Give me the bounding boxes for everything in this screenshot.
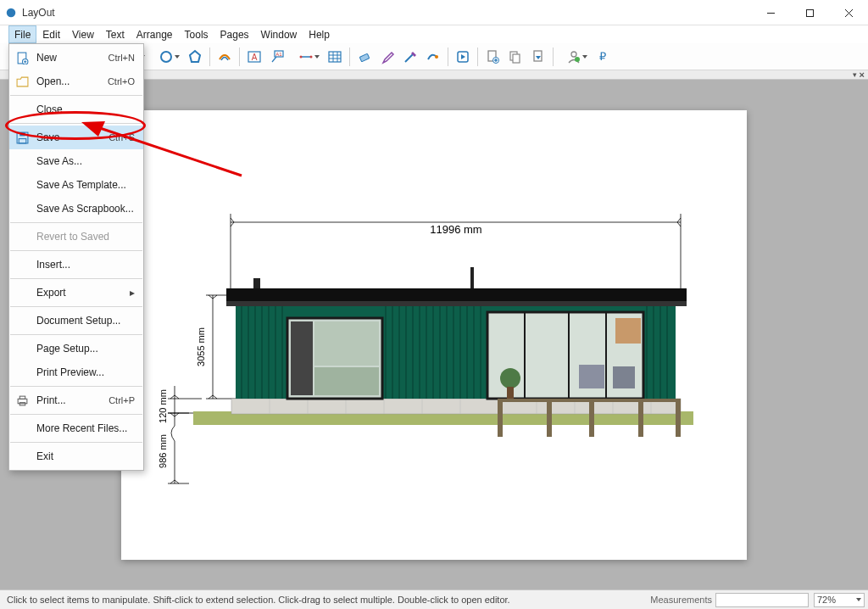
presentation-tool[interactable] — [452, 46, 474, 68]
svg-point-103 — [500, 368, 520, 388]
menu-edit[interactable]: Edit — [36, 25, 66, 43]
svg-rect-104 — [507, 387, 514, 399]
status-hint: Click to select items to manipulate. Shi… — [3, 595, 650, 605]
menu-pages[interactable]: Pages — [214, 25, 255, 43]
file-document-setup[interactable]: Document Setup... — [9, 309, 143, 332]
svg-rect-120 — [19, 396, 25, 399]
file-export[interactable]: Export▸ — [9, 281, 143, 304]
file-save-as-template[interactable]: Save As Template... — [9, 173, 143, 197]
svg-rect-102 — [613, 366, 635, 388]
menu-help[interactable]: Help — [303, 25, 336, 43]
file-save-as[interactable]: Save As... — [9, 149, 143, 173]
svg-rect-96 — [314, 367, 379, 395]
svg-marker-8 — [190, 51, 200, 62]
text-tool[interactable]: A — [243, 46, 265, 68]
app-icon — [5, 7, 17, 19]
svg-rect-64 — [253, 278, 260, 288]
menu-file[interactable]: File — [8, 25, 36, 43]
svg-rect-117 — [19, 132, 25, 136]
svg-line-13 — [272, 57, 276, 62]
svg-rect-110 — [676, 399, 681, 437]
measurements-input[interactable] — [715, 593, 809, 607]
svg-rect-108 — [589, 399, 594, 437]
svg-point-0 — [7, 8, 16, 17]
svg-rect-109 — [638, 399, 643, 437]
svg-marker-34 — [536, 56, 541, 59]
svg-point-15 — [300, 55, 303, 58]
svg-rect-63 — [226, 301, 687, 306]
file-save-as-scrapbook[interactable]: Save As Scrapbook... — [9, 197, 143, 221]
svg-point-7 — [161, 52, 171, 62]
file-print-preview[interactable]: Print Preview... — [9, 360, 143, 384]
svg-point-36 — [575, 57, 580, 62]
duplicate-page-button[interactable] — [504, 46, 526, 68]
svg-rect-94 — [291, 321, 313, 395]
page-canvas[interactable]: 11996 mm 3055 mm 120 mm — [121, 110, 747, 560]
menu-tools[interactable]: Tools — [179, 25, 214, 43]
svg-rect-105 — [615, 318, 641, 344]
user-account-button[interactable] — [557, 46, 591, 68]
svg-rect-118 — [19, 138, 26, 142]
window-minimize[interactable] — [751, 0, 790, 25]
circle-tool[interactable] — [149, 46, 183, 68]
file-exit[interactable]: Exit — [9, 444, 143, 468]
page-nav-button[interactable] — [527, 46, 549, 68]
menu-arrange[interactable]: Arrange — [131, 25, 179, 43]
svg-rect-106 — [498, 399, 503, 437]
svg-point-35 — [571, 52, 576, 57]
file-page-setup[interactable]: Page Setup... — [9, 337, 143, 360]
svg-point-24 — [435, 55, 438, 59]
svg-rect-17 — [329, 52, 341, 62]
svg-rect-111 — [498, 399, 681, 402]
dim-wall-text: 3055 mm — [196, 327, 206, 366]
svg-rect-95 — [314, 321, 379, 366]
svg-rect-101 — [579, 365, 604, 388]
file-menu-dropdown: NewCtrl+N Open...Ctrl+O Close SaveCtrl+S… — [8, 43, 144, 471]
svg-point-16 — [310, 55, 313, 58]
dimension-tool[interactable] — [289, 46, 323, 68]
file-revert: Revert to Saved — [9, 225, 143, 249]
table-tool[interactable] — [324, 46, 346, 68]
file-new[interactable]: NewCtrl+N — [9, 46, 143, 70]
file-print[interactable]: Print...Ctrl+P — [9, 388, 143, 412]
titlebar: LayOut — [0, 0, 868, 25]
window-close[interactable] — [829, 0, 868, 25]
tabstrip-close-icon[interactable]: × — [860, 70, 865, 80]
menubar: File Edit View Text Arrange Tools Pages … — [0, 25, 868, 43]
style-eyedropper-tool[interactable] — [376, 46, 398, 68]
folder-open-icon — [16, 75, 29, 88]
file-save[interactable]: SaveCtrl+S — [9, 126, 143, 149]
polygon-tool[interactable] — [184, 46, 206, 68]
file-insert[interactable]: Insert... — [9, 253, 143, 277]
file-close[interactable]: Close — [9, 98, 143, 121]
offset-tool[interactable] — [214, 46, 236, 68]
svg-rect-2 — [806, 9, 813, 16]
menu-view[interactable]: View — [66, 25, 100, 43]
svg-rect-62 — [226, 288, 687, 301]
menu-text[interactable]: Text — [100, 25, 131, 43]
save-icon — [16, 131, 29, 144]
window-title: LayOut — [22, 7, 751, 19]
file-open[interactable]: Open...Ctrl+O — [9, 70, 143, 93]
split-tool[interactable] — [399, 46, 421, 68]
file-more-recent[interactable]: More Recent Files... — [9, 416, 143, 440]
dim-bottom-text: 986 mm — [158, 434, 168, 468]
submenu-arrow-icon: ▸ — [130, 287, 135, 299]
svg-text:A: A — [252, 53, 258, 62]
add-page-button[interactable] — [481, 46, 504, 68]
eraser-tool[interactable] — [353, 46, 376, 68]
label-tool[interactable]: A1 — [266, 46, 288, 68]
svg-text:A1: A1 — [275, 52, 282, 57]
svg-text:₽: ₽ — [599, 50, 606, 63]
ruble-button[interactable]: ₽ — [592, 46, 614, 68]
drawing-elevation: 11996 mm 3055 mm 120 mm — [121, 110, 747, 560]
statusbar: Click to select items to manipulate. Shi… — [0, 589, 868, 609]
dim-top-text: 11996 mm — [430, 223, 481, 236]
measurements-label: Measurements — [650, 595, 715, 605]
menu-window[interactable]: Window — [255, 25, 303, 43]
zoom-dropdown[interactable]: 72% — [814, 593, 865, 607]
join-tool[interactable] — [422, 46, 444, 68]
window-maximize[interactable] — [790, 0, 829, 25]
svg-marker-26 — [461, 54, 465, 59]
tabstrip-menu-icon[interactable]: ▾ — [853, 70, 857, 79]
